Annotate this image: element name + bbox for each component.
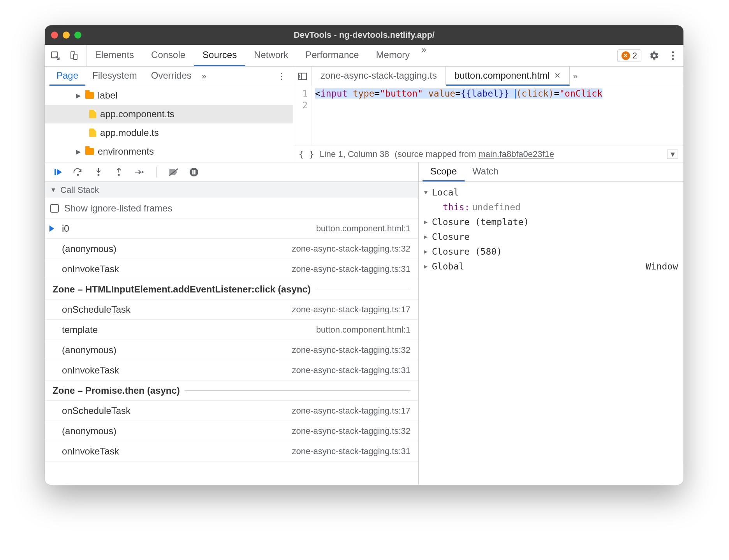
window-title: DevTools - ng-devtools.netlify.app/ — [45, 30, 683, 40]
svg-rect-8 — [55, 169, 56, 175]
tree-file[interactable]: app.component.ts — [45, 105, 293, 123]
frame-function: template — [62, 324, 98, 335]
scope-tab-watch[interactable]: Watch — [465, 162, 506, 181]
disclosure-triangle-icon: ▶ — [424, 218, 430, 225]
main-tab-sources[interactable]: Sources — [194, 45, 245, 66]
disclosure-triangle-icon: ▼ — [424, 189, 430, 196]
stack-frame[interactable]: (anonymous)zone-async-stack-tagging.ts:3… — [45, 340, 418, 360]
stack-frame[interactable]: onInvokeTaskzone-async-stack-tagging.ts:… — [45, 259, 418, 279]
stack-frame[interactable]: i0button.component.html:1 — [45, 218, 418, 239]
step-out-icon[interactable] — [113, 167, 124, 178]
async-boundary: Zone – HTMLInputElement.addEventListener… — [45, 279, 418, 299]
step-into-icon[interactable] — [93, 167, 104, 178]
step-icon[interactable] — [134, 167, 144, 178]
editor-tab[interactable]: zone-async-stack-tagging.ts — [312, 67, 446, 86]
editor-statusbar: { } Line 1, Column 38 (source mapped fro… — [293, 146, 683, 162]
frame-function: (anonymous) — [62, 243, 116, 254]
svg-rect-6 — [298, 73, 306, 79]
main-tab-elements[interactable]: Elements — [86, 45, 143, 66]
folder-icon — [85, 92, 94, 99]
svg-point-14 — [190, 168, 198, 176]
tree-folder[interactable]: ▶environments — [45, 142, 293, 161]
frame-function: onInvokeTask — [62, 264, 119, 275]
folder-icon — [85, 148, 94, 155]
zoom-window-button[interactable] — [74, 32, 81, 39]
file-tree[interactable]: ▶labelapp.component.tsapp.module.ts▶envi… — [45, 86, 293, 162]
disclosure-triangle-icon: ▶ — [75, 148, 81, 155]
main-tab-network[interactable]: Network — [245, 45, 297, 66]
devtools-window: DevTools - ng-devtools.netlify.app/ Elem… — [45, 25, 683, 485]
line-gutter: 12 — [293, 86, 312, 146]
file-icon — [89, 129, 96, 137]
titlebar: DevTools - ng-devtools.netlify.app/ — [45, 25, 683, 45]
pretty-print-icon[interactable]: { } — [299, 149, 314, 159]
scope-section[interactable]: ▶Closure — [424, 229, 678, 244]
more-navigator-tabs-icon[interactable]: » — [199, 67, 210, 86]
show-ignore-listed-row[interactable]: Show ignore-listed frames — [45, 198, 418, 218]
frame-location: zone-async-stack-tagging.ts:17 — [292, 305, 411, 315]
navigator-tabs: PageFilesystemOverrides » ⋮ — [45, 67, 293, 86]
sources-upper: PageFilesystemOverrides » ⋮ ▶labelapp.co… — [45, 67, 683, 162]
code-content[interactable]: <input type="button" value={{label}} (cl… — [312, 86, 606, 146]
scope-section[interactable]: ▶Closure (580) — [424, 244, 678, 259]
call-stack-header[interactable]: ▼ Call Stack — [45, 182, 418, 198]
main-tab-memory[interactable]: Memory — [368, 45, 419, 66]
stack-frame[interactable]: templatebutton.component.html:1 — [45, 320, 418, 340]
disclosure-triangle-icon: ▶ — [75, 92, 81, 99]
kebab-menu-icon[interactable] — [667, 50, 679, 62]
stack-frame[interactable]: onInvokeTaskzone-async-stack-tagging.ts:… — [45, 360, 418, 380]
step-over-icon[interactable] — [73, 167, 84, 178]
settings-icon[interactable] — [648, 50, 660, 62]
disclosure-triangle-icon: ▶ — [424, 233, 430, 240]
scope-property[interactable]: this: undefined — [424, 200, 678, 215]
toggle-navigator-icon[interactable] — [293, 67, 312, 86]
scope-tab-scope[interactable]: Scope — [423, 162, 465, 181]
stack-frame[interactable]: onScheduleTaskzone-async-stack-tagging.t… — [45, 299, 418, 320]
code-editor[interactable]: 12 <input type="button" value={{label}} … — [293, 86, 683, 146]
show-ignore-listed-checkbox[interactable] — [50, 204, 59, 213]
error-count: 2 — [632, 51, 637, 61]
tree-item-label: label — [98, 90, 118, 101]
stack-frame[interactable]: (anonymous)zone-async-stack-tagging.ts:3… — [45, 239, 418, 259]
navigator-tab-filesystem[interactable]: Filesystem — [85, 67, 144, 86]
main-tab-console[interactable]: Console — [143, 45, 194, 66]
debugger-panel: ▼ Call Stack Show ignore-listed frames i… — [45, 162, 419, 485]
frame-function: onScheduleTask — [62, 405, 130, 416]
main-tab-performance[interactable]: Performance — [297, 45, 367, 66]
tree-file[interactable]: app.module.ts — [45, 123, 293, 142]
editor-tab[interactable]: button.component.html✕ — [446, 67, 570, 86]
inspect-element-icon[interactable] — [49, 50, 61, 62]
scope-section[interactable]: ▶GlobalWindow — [424, 259, 678, 274]
scope-panel: ScopeWatch ▼Localthis: undefined▶Closure… — [419, 162, 683, 485]
scope-body[interactable]: ▼Localthis: undefined▶Closure (template)… — [419, 182, 683, 485]
stack-frame[interactable]: onScheduleTaskzone-async-stack-tagging.t… — [45, 401, 418, 421]
stack-frame[interactable]: onInvokeTaskzone-async-stack-tagging.ts:… — [45, 441, 418, 461]
tree-folder[interactable]: ▶label — [45, 86, 293, 105]
source-map-link[interactable]: main.fa8bfa0e23f1e — [479, 149, 555, 159]
frame-location: zone-async-stack-tagging.ts:32 — [292, 244, 411, 254]
status-dropdown-icon[interactable]: ▾ — [667, 150, 678, 159]
svg-point-5 — [672, 58, 674, 60]
close-window-button[interactable] — [51, 32, 58, 39]
minimize-window-button[interactable] — [63, 32, 70, 39]
tree-item-label: environments — [98, 146, 154, 157]
error-icon: ✕ — [622, 51, 630, 60]
resume-icon[interactable] — [53, 167, 63, 178]
frame-function: onScheduleTask — [62, 304, 130, 315]
scope-section[interactable]: ▶Closure (template) — [424, 215, 678, 229]
navigator-tab-page[interactable]: Page — [49, 67, 85, 86]
scope-section[interactable]: ▼Local — [424, 185, 678, 200]
main-tabs: ElementsConsoleSourcesNetworkPerformance… — [45, 45, 683, 67]
navigator-tab-overrides[interactable]: Overrides — [144, 67, 199, 86]
device-toolbar-icon[interactable] — [68, 50, 80, 62]
deactivate-breakpoints-icon[interactable] — [168, 167, 179, 178]
pause-on-exceptions-icon[interactable] — [188, 167, 199, 178]
editor-tab-label: button.component.html — [454, 70, 549, 81]
error-counter[interactable]: ✕ 2 — [617, 49, 641, 62]
frame-location: button.component.html:1 — [316, 325, 410, 335]
more-editor-tabs-icon[interactable]: » — [570, 67, 581, 86]
close-tab-icon[interactable]: ✕ — [554, 71, 561, 80]
stack-frame[interactable]: (anonymous)zone-async-stack-tagging.ts:3… — [45, 421, 418, 441]
more-panels-icon[interactable]: » — [418, 45, 429, 66]
navigator-menu-icon[interactable]: ⋮ — [270, 67, 293, 86]
